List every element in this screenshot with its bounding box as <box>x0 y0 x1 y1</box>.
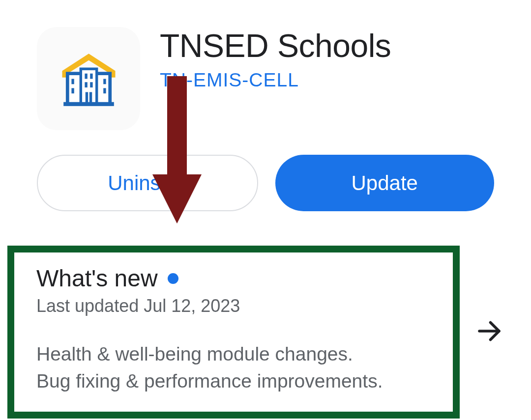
svg-rect-0 <box>81 69 96 104</box>
svg-rect-5 <box>85 73 87 79</box>
svg-rect-6 <box>90 73 92 79</box>
arrow-right-icon[interactable] <box>474 316 504 348</box>
svg-rect-8 <box>90 82 92 87</box>
svg-rect-11 <box>63 102 114 106</box>
svg-rect-7 <box>85 82 87 87</box>
svg-rect-3 <box>103 79 106 84</box>
whats-new-line-2: Bug fixing & performance improvements. <box>36 368 431 395</box>
whats-new-line-1: Health & well-being module changes. <box>36 341 431 368</box>
whats-new-title: What's new <box>36 265 158 292</box>
svg-rect-2 <box>71 88 74 93</box>
app-icon[interactable] <box>37 27 140 130</box>
whats-new-section[interactable]: What's new Last updated Jul 12, 2023 Hea… <box>7 246 460 419</box>
svg-rect-1 <box>71 79 74 84</box>
svg-rect-4 <box>103 88 106 93</box>
app-header: TNSED Schools TN-EMIS-CELL <box>37 27 494 130</box>
new-indicator-dot <box>168 273 178 284</box>
update-button[interactable]: Update <box>275 155 495 211</box>
last-updated-text: Last updated Jul 12, 2023 <box>36 296 431 316</box>
uninstall-button[interactable]: Uninstall <box>37 155 258 211</box>
school-building-icon <box>56 46 122 112</box>
app-title: TNSED Schools <box>160 27 391 64</box>
app-developer-link[interactable]: TN-EMIS-CELL <box>160 69 391 91</box>
